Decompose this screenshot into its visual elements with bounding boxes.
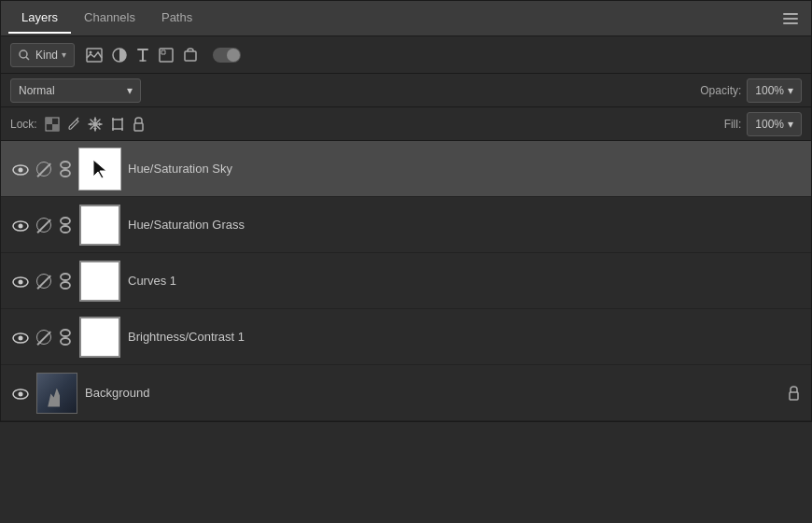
svg-rect-40 [61,338,70,345]
fill-dropdown[interactable]: 100% ▾ [747,112,802,136]
svg-marker-14 [93,118,97,120]
lock-position-icon[interactable] [88,117,103,132]
svg-rect-39 [61,330,70,336]
layer-clip-icon [59,273,72,290]
layer-thumbnail [79,261,120,302]
lock-all-icon[interactable] [133,117,145,132]
fill-label: Fill: [724,118,742,131]
opacity-arrow: ▾ [788,84,793,97]
layers-panel: Layers Channels Paths Kind ▾ [0,0,812,422]
text-filter-icon[interactable] [136,48,149,63]
svg-line-13 [77,118,78,120]
svg-rect-35 [61,274,70,280]
svg-rect-1 [783,18,798,20]
svg-rect-36 [61,282,70,289]
tab-channels[interactable]: Channels [71,3,148,34]
layer-item[interactable]: Hue/Saturation Grass [1,197,811,253]
layer-list: Hue/Saturation Sky Hue/Saturation Grass [1,141,811,421]
svg-rect-23 [134,123,143,131]
svg-point-38 [19,335,23,340]
layer-visibility-icon[interactable] [12,218,29,233]
lock-image-icon[interactable] [67,117,80,132]
layer-visibility-icon[interactable] [12,330,29,345]
layer-visibility-icon[interactable] [12,386,29,401]
layer-item[interactable]: Brightness/Contrast 1 [1,309,811,365]
kind-arrow: ▾ [62,49,66,60]
panel-menu-icon[interactable] [777,7,804,31]
blend-row: Normal ▾ Opacity: 100% ▾ [1,74,811,107]
layer-effect-icon [36,218,51,233]
fill-group: Fill: 100% ▾ [724,112,802,136]
layer-visibility-icon[interactable] [12,274,29,289]
svg-point-25 [19,167,23,172]
layer-effect-icon [36,274,51,289]
svg-rect-9 [185,51,196,61]
opacity-dropdown[interactable]: 100% ▾ [747,78,802,103]
layer-item[interactable]: Curves 1 [1,253,811,309]
svg-rect-2 [783,22,798,24]
blend-mode-dropdown[interactable]: Normal ▾ [10,78,141,103]
layer-item[interactable]: Hue/Saturation Sky [1,141,811,197]
layer-clip-icon [59,217,72,233]
cursor-icon [90,158,110,180]
svg-point-34 [19,279,23,284]
background-lock-icon [788,385,800,401]
shape-filter-icon[interactable] [159,48,174,63]
lock-row: Lock: [1,107,811,141]
lock-transparency-icon[interactable] [45,117,60,132]
layer-effect-icon [36,162,51,177]
layer-name-text: Brightness/Contrast 1 [128,330,800,344]
svg-rect-27 [61,170,70,177]
image-filter-icon[interactable] [86,48,103,63]
fill-value-text: 100% [755,118,784,131]
layer-item[interactable]: Background [1,365,811,421]
tabs-bar: Layers Channels Paths [1,1,811,36]
svg-marker-17 [99,122,102,126]
layer-thumbnail [79,148,120,190]
svg-marker-28 [93,160,106,178]
layer-name-text: Background [85,386,780,400]
layer-thumbnail [36,373,77,414]
opacity-value-text: 100% [755,84,784,97]
filter-icons [86,48,198,63]
svg-point-30 [19,223,23,228]
layer-thumbnail [79,205,120,246]
kind-dropdown[interactable]: Kind ▾ [10,43,75,67]
layer-clip-icon [59,329,72,346]
svg-rect-0 [783,13,798,15]
smart-filter-icon[interactable] [183,48,198,63]
layer-visibility-icon[interactable] [12,162,29,177]
svg-point-6 [90,50,92,53]
lock-artboard-icon[interactable] [110,117,125,132]
adjustment-filter-icon[interactable] [112,48,127,63]
svg-rect-12 [52,124,59,131]
opacity-label: Opacity: [700,84,741,97]
blend-arrow: ▾ [127,84,133,97]
tab-layers[interactable]: Layers [8,3,71,34]
svg-rect-32 [61,226,70,233]
svg-line-4 [26,57,29,60]
tab-paths[interactable]: Paths [148,3,205,34]
filter-toggle[interactable] [213,48,241,63]
svg-rect-31 [61,218,70,224]
kind-label: Kind [35,49,58,62]
svg-point-42 [19,391,23,396]
fill-arrow: ▾ [788,118,793,131]
lock-icons [45,117,145,132]
layer-name-text: Hue/Saturation Sky [128,162,800,176]
filter-row: Kind ▾ [1,36,811,74]
blend-mode-label: Normal [19,84,123,97]
svg-rect-43 [790,392,798,400]
svg-rect-11 [46,118,52,124]
svg-marker-16 [89,122,91,126]
layer-thumbnail [79,317,120,358]
layer-name-text: Hue/Saturation Grass [128,218,800,232]
svg-rect-26 [61,162,70,168]
svg-rect-18 [113,120,122,129]
layer-clip-icon [59,161,72,177]
opacity-group: Opacity: 100% ▾ [700,78,802,103]
layer-name-text: Curves 1 [128,274,800,288]
svg-point-3 [20,50,27,58]
lock-label: Lock: [10,118,37,131]
svg-marker-15 [93,128,97,131]
